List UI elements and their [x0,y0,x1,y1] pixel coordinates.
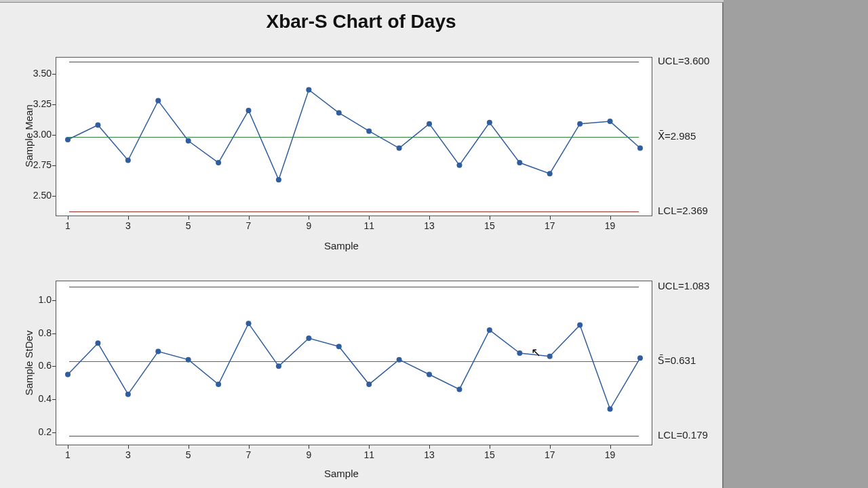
s-ytick: 0.2 [27,426,52,437]
s-x-axis-label: Sample [324,468,359,479]
svg-point-23 [155,348,161,354]
svg-point-0 [65,137,71,142]
xbar-xtick: 13 [424,220,435,231]
svg-point-8 [306,87,311,92]
svg-point-36 [547,354,553,359]
s-xtick: 7 [246,449,252,460]
xbar-ytick: 3.50 [27,68,52,79]
svg-point-3 [155,98,161,104]
svg-point-5 [216,160,221,165]
s-center-label: S̄=0.631 [658,354,696,367]
svg-point-21 [95,340,100,346]
s-ytick: 0.4 [27,393,52,404]
svg-point-30 [366,382,372,387]
svg-point-35 [517,350,522,356]
svg-point-16 [547,171,553,176]
svg-point-25 [216,382,221,387]
xbar-xtick: 11 [363,220,374,231]
svg-point-32 [427,372,432,378]
svg-point-18 [608,119,613,124]
app-window: Xbar-S Chart of Days Sample Mean Sample … [0,0,868,488]
s-ytick: 0.8 [27,327,52,338]
svg-point-10 [366,128,372,134]
xbar-ytick: 2.75 [27,159,52,170]
svg-point-7 [276,177,281,182]
s-xtick: 3 [125,449,131,460]
svg-point-29 [336,344,342,349]
chart-title: Xbar-S Chart of Days [0,11,722,33]
xbar-series [56,57,652,216]
svg-point-9 [336,110,342,116]
svg-point-19 [637,146,643,151]
xbar-xtick: 19 [605,220,616,231]
svg-point-31 [397,357,402,363]
svg-point-2 [125,157,131,163]
xbar-xtick: 5 [186,220,191,231]
xbar-xtick: 17 [545,220,555,231]
s-xtick: 19 [605,449,616,460]
xbar-center-label: X̄̄=2.985 [658,130,696,142]
chart-sheet: Xbar-S Chart of Days Sample Mean Sample … [0,3,724,488]
s-series [56,281,652,445]
svg-point-28 [306,336,311,341]
svg-point-6 [246,108,252,113]
s-lcl-label: LCL=0.179 [658,429,708,441]
svg-point-38 [608,407,613,412]
svg-point-13 [456,163,462,168]
s-xtick: 17 [545,449,555,460]
xbar-ytick: 3.25 [27,98,52,109]
s-ucl-label: UCL=1.083 [658,280,709,291]
xbar-xtick: 15 [484,220,495,231]
svg-point-12 [427,121,432,127]
svg-point-26 [246,321,252,326]
svg-point-24 [186,357,191,363]
svg-point-37 [577,323,583,328]
svg-point-17 [577,121,583,127]
s-chart: Sample StDev Sample 0.20.40.60.81.0 1357… [20,274,719,484]
svg-point-34 [487,327,492,333]
xbar-chart: Sample Mean Sample 2.502.753.003.253.50 … [20,50,719,253]
xbar-x-axis-label: Sample [324,240,359,251]
svg-point-14 [487,120,492,125]
xbar-xtick: 7 [246,220,252,231]
xbar-xtick: 1 [65,220,71,231]
svg-point-33 [456,386,462,392]
svg-point-1 [95,122,100,127]
xbar-xtick: 9 [306,220,311,231]
s-xtick: 11 [363,449,374,460]
s-xtick: 15 [484,449,495,460]
s-ytick: 1.0 [27,294,52,305]
s-xtick: 5 [186,449,191,460]
svg-point-20 [65,372,71,378]
s-xtick: 13 [424,449,435,460]
svg-point-11 [397,146,402,151]
svg-point-15 [517,160,522,165]
s-xtick: 1 [65,449,71,460]
svg-point-4 [186,138,191,144]
s-ytick: 0.6 [27,360,52,371]
xbar-xtick: 3 [125,220,131,231]
svg-point-27 [276,363,281,369]
xbar-ucl-label: UCL=3.600 [658,55,709,66]
svg-point-39 [637,355,643,361]
s-xtick: 9 [306,449,311,460]
svg-point-22 [125,392,131,397]
xbar-lcl-label: LCL=2.369 [658,205,708,216]
xbar-ytick: 3.00 [27,129,52,140]
xbar-ytick: 2.50 [27,190,52,201]
